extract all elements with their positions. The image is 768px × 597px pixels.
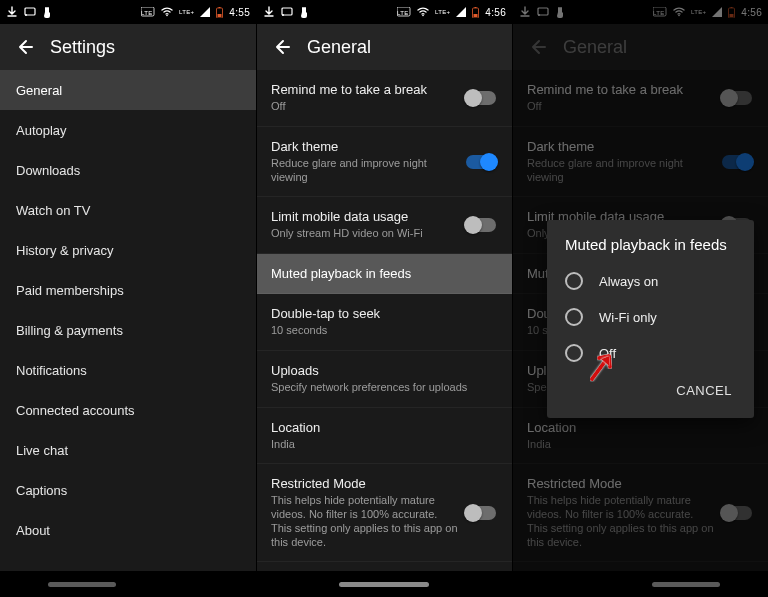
status-bar: LTE LTE+ 4:56 xyxy=(513,0,768,24)
menu-item-downloads[interactable]: Downloads xyxy=(0,150,256,190)
row-title: Dark theme xyxy=(271,139,458,154)
toggle-remind xyxy=(722,91,752,105)
page-title: Settings xyxy=(50,37,115,58)
row-sub: Reduce glare and improve night viewing xyxy=(527,157,714,185)
download-icon xyxy=(519,6,531,18)
svg-point-1 xyxy=(25,14,27,16)
row-remind-break: Remind me to take a breakOff xyxy=(513,70,768,127)
hand-icon xyxy=(299,6,309,18)
volte-icon: LTE xyxy=(653,7,667,17)
menu-item-connected-accounts[interactable]: Connected accounts xyxy=(0,390,256,430)
hand-icon xyxy=(42,6,52,18)
row-location[interactable]: LocationIndia xyxy=(257,408,512,465)
row-title: Uploads xyxy=(271,363,467,378)
battery-icon xyxy=(728,7,735,18)
row-restricted[interactable]: Restricted ModeThis helps hide potential… xyxy=(257,464,512,562)
muted-playback-dialog: Muted playback in feeds Always on Wi-Fi … xyxy=(547,220,754,418)
row-title: Location xyxy=(271,420,320,435)
option-label: Always on xyxy=(599,274,658,289)
row-sub: Reduce glare and improve night viewing xyxy=(271,157,458,185)
row-title: Remind me to take a break xyxy=(527,82,683,97)
row-title: Restricted Mode xyxy=(271,476,458,491)
svg-rect-7 xyxy=(218,14,222,17)
toggle-restricted[interactable] xyxy=(466,506,496,520)
radio-icon xyxy=(565,344,583,362)
svg-rect-8 xyxy=(282,8,292,15)
menu-item-watch-on-tv[interactable]: Watch on TV xyxy=(0,190,256,230)
nav-pill-right[interactable] xyxy=(652,582,720,587)
download-icon xyxy=(263,6,275,18)
menu-item-notifications[interactable]: Notifications xyxy=(0,350,256,390)
svg-rect-15 xyxy=(474,14,478,17)
status-bar: LTE LTE+ 4:55 xyxy=(0,0,256,24)
row-sub: Only stream HD video on Wi-Fi xyxy=(271,227,423,241)
row-title: Remind me to take a break xyxy=(271,82,427,97)
screen-general: LTE LTE+ 4:56 General Remind me to take … xyxy=(256,0,512,597)
row-sub: Off xyxy=(527,100,683,114)
cast-icon xyxy=(537,7,549,17)
wifi-icon xyxy=(417,7,429,17)
svg-rect-16 xyxy=(538,8,548,15)
radio-icon xyxy=(565,308,583,326)
menu-item-captions[interactable]: Captions xyxy=(0,470,256,510)
row-sub: India xyxy=(527,438,576,452)
app-bar: General xyxy=(257,24,512,70)
app-bar: Settings xyxy=(0,24,256,70)
menu-label: Paid memberships xyxy=(16,283,124,298)
row-double-tap[interactable]: Double-tap to seek10 seconds xyxy=(257,294,512,351)
svg-point-4 xyxy=(166,15,168,17)
menu-item-autoplay[interactable]: Autoplay xyxy=(0,110,256,150)
menu-item-paid-memberships[interactable]: Paid memberships xyxy=(0,270,256,310)
menu-item-about[interactable]: About xyxy=(0,510,256,550)
menu-label: Live chat xyxy=(16,443,68,458)
row-title: Location xyxy=(527,420,576,435)
menu-label: Captions xyxy=(16,483,67,498)
clock: 4:56 xyxy=(741,7,762,18)
row-title: Dark theme xyxy=(527,139,714,154)
row-restricted: Restricted ModeThis helps hide potential… xyxy=(513,464,768,562)
screen-general-dialog: LTE LTE+ 4:56 General Remind me to take … xyxy=(512,0,768,597)
row-remind-break[interactable]: Remind me to take a breakOff xyxy=(257,70,512,127)
menu-item-live-chat[interactable]: Live chat xyxy=(0,430,256,470)
toggle-dark[interactable] xyxy=(466,155,496,169)
status-bar: LTE LTE+ 4:56 xyxy=(257,0,512,24)
svg-point-12 xyxy=(422,15,424,17)
lte-label: LTE+ xyxy=(435,9,450,15)
menu-label: About xyxy=(16,523,50,538)
option-wifi-only[interactable]: Wi-Fi only xyxy=(553,299,748,335)
option-off[interactable]: Off xyxy=(553,335,748,371)
menu-item-history[interactable]: History & privacy xyxy=(0,230,256,270)
signal-icon xyxy=(456,7,466,17)
row-sub: India xyxy=(271,438,320,452)
row-limit-data[interactable]: Limit mobile data usageOnly stream HD vi… xyxy=(257,197,512,254)
cast-icon xyxy=(24,7,36,17)
back-icon[interactable] xyxy=(525,35,549,59)
row-uploads[interactable]: UploadsSpecify network preferences for u… xyxy=(257,351,512,408)
row-title: Restricted Mode xyxy=(527,476,714,491)
svg-text:LTE: LTE xyxy=(653,10,664,16)
menu-item-general[interactable]: General xyxy=(0,70,256,110)
clock: 4:55 xyxy=(229,7,250,18)
screen-settings: LTE LTE+ 4:55 Settings General Autoplay … xyxy=(0,0,256,597)
signal-icon xyxy=(200,7,210,17)
row-dark-theme[interactable]: Dark themeReduce glare and improve night… xyxy=(257,127,512,198)
clock: 4:56 xyxy=(485,7,506,18)
row-muted-playback[interactable]: Muted playback in feeds xyxy=(257,254,512,294)
toggle-remind[interactable] xyxy=(466,91,496,105)
back-icon[interactable] xyxy=(12,35,36,59)
page-title: General xyxy=(307,37,371,58)
cast-icon xyxy=(281,7,293,17)
toggle-limit[interactable] xyxy=(466,218,496,232)
nav-pill-left[interactable] xyxy=(48,582,116,587)
menu-label: Watch on TV xyxy=(16,203,90,218)
option-label: Off xyxy=(599,346,616,361)
nav-pill-home[interactable] xyxy=(339,582,429,587)
option-always-on[interactable]: Always on xyxy=(553,263,748,299)
cancel-button[interactable]: CANCEL xyxy=(670,375,738,406)
row-sub: Off xyxy=(271,100,427,114)
back-icon[interactable] xyxy=(269,35,293,59)
menu-label: Autoplay xyxy=(16,123,67,138)
general-settings-list: Remind me to take a breakOff Dark themeR… xyxy=(257,70,512,597)
hand-icon xyxy=(555,6,565,18)
menu-item-billing[interactable]: Billing & payments xyxy=(0,310,256,350)
